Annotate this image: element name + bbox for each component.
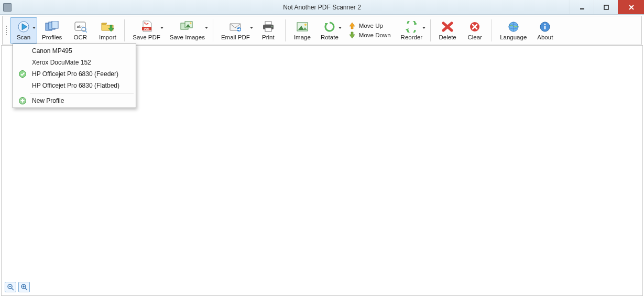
profiles-label: Profiles [42,34,62,40]
print-button[interactable]: Print [255,17,282,44]
window-controls [570,0,644,14]
rotate-button[interactable]: Rotate [316,17,343,44]
move-group: Move Up Move Down [343,17,396,44]
toolbar-separator [124,19,125,41]
chevron-down-icon[interactable] [32,26,36,29]
clear-button[interactable]: Clear [461,17,488,44]
save-pdf-button[interactable]: PDF Save PDF [128,17,165,44]
toolbar-container: Scan Profiles abc [0,15,644,45]
save-images-label: Save Images [170,34,205,40]
reorder-button[interactable]: Reorder [396,17,428,44]
profiles-button[interactable]: Profiles [37,17,67,44]
language-button[interactable]: Language [495,17,531,44]
delete-button[interactable]: Delete [434,17,461,44]
import-button[interactable]: Import [94,17,121,44]
scan-profile-item[interactable]: Canon MP495 [14,45,135,57]
clear-icon [467,20,482,33]
rotate-label: Rotate [321,34,339,40]
svg-rect-52 [544,26,546,29]
pdf-icon: PDF [139,20,154,33]
toolbar-separator [213,19,213,41]
toolbar-separator [285,19,286,41]
info-icon [538,20,552,33]
delete-icon [440,20,455,33]
toolbar-separator [492,19,492,41]
save-pdf-label: Save PDF [133,34,160,40]
ocr-label: OCR [74,34,88,40]
scan-profile-label: Xerox DocuMate 152 [32,59,91,66]
plus-icon [18,97,27,105]
move-down-button[interactable]: Move Down [346,31,393,39]
svg-marker-38 [350,32,355,38]
arrow-down-icon [348,31,356,39]
svg-marker-41 [422,27,425,29]
svg-point-21 [190,23,192,24]
chevron-down-icon[interactable] [339,26,342,29]
svg-rect-27 [265,22,271,25]
chevron-down-icon[interactable] [205,26,208,29]
zoom-in-button[interactable] [18,282,30,292]
import-label: Import [99,34,116,40]
image-button[interactable]: Image [289,17,316,44]
move-up-label: Move Up [359,23,383,29]
svg-point-51 [544,24,546,25]
svg-rect-29 [265,28,271,31]
svg-marker-36 [339,27,342,29]
reorder-icon [404,20,419,33]
maximize-button[interactable] [594,0,618,14]
svg-line-54 [12,288,14,290]
svg-marker-6 [32,27,36,29]
ocr-button[interactable]: abc OCR [67,17,94,44]
minimize-button[interactable] [570,0,594,14]
scan-profile-label: HP Officejet Pro 6830 (Flatbed) [32,82,119,89]
move-up-button[interactable]: Move Up [346,22,393,30]
svg-marker-26 [250,27,253,29]
scan-button[interactable]: Scan [10,17,37,44]
about-button[interactable]: About [531,17,559,44]
arrow-up-icon [348,22,356,29]
chevron-down-icon[interactable] [160,26,163,29]
window-title: Not Another PDF Scanner 2 [0,4,644,11]
svg-line-57 [25,288,27,290]
toolbar-separator [430,19,431,41]
image-label: Image [294,34,311,40]
new-profile-label: New Profile [32,97,64,104]
folder-import-icon [100,20,115,33]
toolbar: Scan Profiles abc [2,16,642,45]
globe-icon [506,20,521,33]
email-pdf-button[interactable]: Email PDF [216,17,255,44]
ocr-icon: abc [73,20,88,33]
scan-profile-item[interactable]: HP Officejet Pro 6830 (Flatbed) [14,80,135,91]
move-down-label: Move Down [359,32,391,38]
close-button[interactable] [618,0,644,14]
save-images-button[interactable]: Save Images [165,17,210,44]
svg-line-13 [85,31,87,33]
svg-marker-22 [205,27,208,29]
profiles-icon [45,20,59,33]
printer-icon [261,20,276,33]
images-icon [180,20,194,33]
email-pdf-label: Email PDF [221,34,250,40]
title-bar: Not Another PDF Scanner 2 [0,0,644,15]
scan-profile-item[interactable]: Xerox DocuMate 152 [14,57,135,68]
toolbar-grip[interactable] [5,17,9,44]
chevron-down-icon[interactable] [422,26,425,29]
svg-marker-17 [160,27,163,29]
zoom-controls [5,282,30,292]
rotate-icon [322,20,337,33]
language-label: Language [500,34,527,40]
svg-text:PDF: PDF [144,27,150,30]
svg-marker-37 [350,23,355,29]
svg-point-34 [304,24,307,26]
chevron-down-icon[interactable] [250,26,253,29]
zoom-out-button[interactable] [5,282,16,292]
dropdown-separator [30,93,134,93]
scan-profile-label: Canon MP495 [32,47,72,55]
image-icon [295,20,310,33]
scan-profile-item[interactable]: HP Officejet Pro 6830 (Feeder) [14,68,135,80]
svg-rect-9 [52,21,58,28]
print-label: Print [262,34,275,40]
about-label: About [537,34,553,40]
play-icon [16,20,31,33]
new-profile-item[interactable]: New Profile [14,95,135,107]
